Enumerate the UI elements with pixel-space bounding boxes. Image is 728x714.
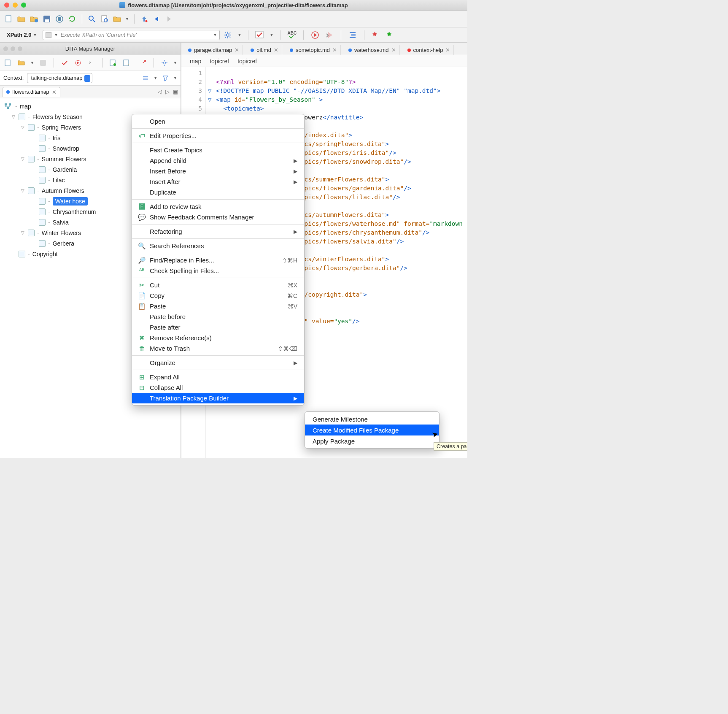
menu-item[interactable]: Organize▶ [132, 357, 304, 368]
browse-folder-icon[interactable] [113, 14, 122, 24]
menu-item[interactable]: Insert After▶ [132, 176, 304, 187]
editor-tab[interactable]: sometopic.md✕ [286, 45, 341, 55]
menu-item[interactable]: 💬Show Feedback Comments Manager [132, 212, 304, 222]
chevron-down-icon[interactable]: ▼ [173, 76, 177, 80]
menu-item[interactable]: 🔍Search References [132, 241, 304, 251]
open-editor-icon[interactable] [122, 58, 131, 68]
next-tab-icon[interactable]: ▷ [165, 89, 170, 95]
find-in-files-icon[interactable] [100, 14, 109, 24]
menu-item[interactable]: Refactoring▶ [132, 226, 304, 237]
bookmark-pin-green-icon[interactable] [386, 30, 395, 40]
pane-dot[interactable] [3, 46, 8, 51]
menu-item[interactable]: 🗑Move to Trash⇧⌘⌫ [132, 343, 304, 354]
save-icon[interactable] [42, 14, 51, 24]
indent-icon[interactable] [348, 30, 357, 40]
close-tab-icon[interactable]: ✕ [274, 47, 278, 53]
close-window-button[interactable] [4, 3, 9, 8]
context-menu[interactable]: Open🏷Edit Properties...Fast Create Topic… [132, 114, 305, 406]
tab-list-icon[interactable]: ▣ [173, 89, 178, 95]
minimize-window-button[interactable] [13, 3, 18, 8]
nav-up-icon[interactable] [140, 14, 149, 24]
twisty-icon[interactable]: ▽ [20, 157, 25, 161]
menu-item[interactable]: Insert Before▶ [132, 166, 304, 176]
open-project-icon[interactable] [30, 14, 39, 24]
menu-item[interactable]: 📋Paste⌘V [132, 301, 304, 311]
new-map-icon[interactable] [3, 58, 13, 68]
context-select[interactable]: talking-circle.ditamap [27, 73, 92, 83]
twisty-icon[interactable]: ▽ [20, 125, 25, 130]
xpath-input[interactable]: ▼ Execute XPath on 'Current File' ▼ [43, 30, 220, 40]
maximize-window-button[interactable] [21, 3, 26, 8]
gear-icon[interactable] [160, 58, 169, 68]
expand-icon[interactable] [141, 73, 150, 83]
menu-item[interactable]: 🏷Edit Properties... [132, 130, 304, 141]
twisty-icon[interactable]: ▽ [20, 188, 25, 193]
menu-item[interactable]: 🔎Find/Replace in Files...⇧⌘H [132, 255, 304, 265]
editor-tab[interactable]: context-help✕ [404, 45, 454, 55]
breadcrumb-item[interactable]: topicref [210, 58, 229, 65]
editor-tab[interactable]: waterhose.md✕ [345, 45, 400, 55]
chevron-down-icon[interactable]: ▼ [173, 61, 177, 65]
filter-icon[interactable] [161, 73, 170, 83]
transform-config-icon[interactable] [325, 30, 334, 40]
save-all-icon[interactable] [55, 14, 64, 24]
close-tab-icon[interactable]: ✕ [52, 89, 57, 95]
editor-tab[interactable]: oil.md✕ [247, 45, 282, 55]
validate-icon[interactable] [255, 30, 264, 40]
refresh-map-icon[interactable] [108, 58, 118, 68]
prev-tab-icon[interactable]: ◁ [158, 89, 162, 95]
xpath-version-select[interactable]: XPath 2.0 ▼ [4, 31, 39, 39]
close-tab-icon[interactable]: ✕ [391, 47, 396, 53]
config-map-icon[interactable] [87, 58, 96, 68]
pane-dot[interactable] [11, 46, 15, 51]
chevron-down-icon[interactable]: ▼ [125, 17, 129, 21]
forward-arrow-icon[interactable] [165, 14, 174, 24]
link-icon[interactable] [138, 58, 148, 68]
menu-item[interactable]: Paste after [132, 322, 304, 333]
pane-dot[interactable] [18, 46, 22, 51]
open-folder-icon[interactable] [17, 14, 26, 24]
menu-item[interactable]: ⊞Expand All [132, 372, 304, 382]
menu-item[interactable]: ✂Cut⌘X [132, 280, 304, 290]
run-icon[interactable] [310, 30, 320, 40]
new-file-icon[interactable] [4, 14, 13, 24]
search-icon[interactable] [87, 14, 97, 24]
menu-item[interactable]: Translation Package Builder▶ [132, 393, 304, 403]
close-tab-icon[interactable]: ✕ [445, 47, 450, 53]
run-map-icon[interactable] [73, 58, 83, 68]
menu-item[interactable]: Append child▶ [132, 155, 304, 166]
menu-item[interactable]: Fast Create Topics [132, 145, 304, 155]
spellcheck-icon[interactable]: ABC [287, 30, 297, 40]
open-map-icon[interactable] [17, 58, 26, 68]
menu-item[interactable]: ᴬᴮCheck Spelling in Files... [132, 265, 304, 276]
chevron-down-icon[interactable]: ▼ [154, 76, 157, 80]
submenu-item[interactable]: Generate Milestone [305, 414, 439, 425]
close-tab-icon[interactable]: ✕ [235, 47, 239, 53]
menu-item[interactable]: Open [132, 116, 304, 127]
gear-icon[interactable] [223, 30, 232, 40]
submenu[interactable]: Generate MilestoneCreate Modified Files … [305, 411, 439, 449]
menu-item[interactable]: Paste before [132, 311, 304, 322]
save-map-icon[interactable] [38, 58, 48, 68]
menu-item[interactable]: ✖Remove Reference(s) [132, 333, 304, 343]
menu-item[interactable]: 🅵Add to review task [132, 201, 304, 212]
twisty-icon[interactable]: ▽ [11, 114, 16, 119]
editor-tab[interactable]: garage.ditamap✕ [185, 45, 243, 55]
menu-item[interactable]: ⊟Collapse All [132, 382, 304, 393]
validate-map-icon[interactable] [60, 58, 69, 68]
menu-item[interactable]: Duplicate [132, 187, 304, 197]
submenu-item[interactable]: Create Modified Files Package [305, 425, 439, 435]
chevron-down-icon[interactable]: ▼ [30, 61, 34, 65]
breadcrumb-item[interactable]: map [190, 58, 201, 65]
close-tab-icon[interactable]: ✕ [332, 47, 337, 53]
chevron-down-icon[interactable]: ▼ [270, 33, 273, 37]
twisty-icon[interactable]: ▽ [20, 230, 25, 235]
bookmark-pin-icon[interactable] [371, 30, 380, 40]
back-arrow-icon[interactable] [152, 14, 162, 24]
breadcrumb-item[interactable]: topicref [237, 58, 257, 65]
submenu-item[interactable]: Apply Package [305, 435, 439, 446]
refresh-icon[interactable] [67, 14, 77, 24]
chevron-down-icon[interactable]: ▼ [237, 33, 241, 37]
tree-root[interactable]: - map [2, 101, 179, 111]
map-tab[interactable]: flowers.ditamap ✕ [3, 87, 60, 97]
